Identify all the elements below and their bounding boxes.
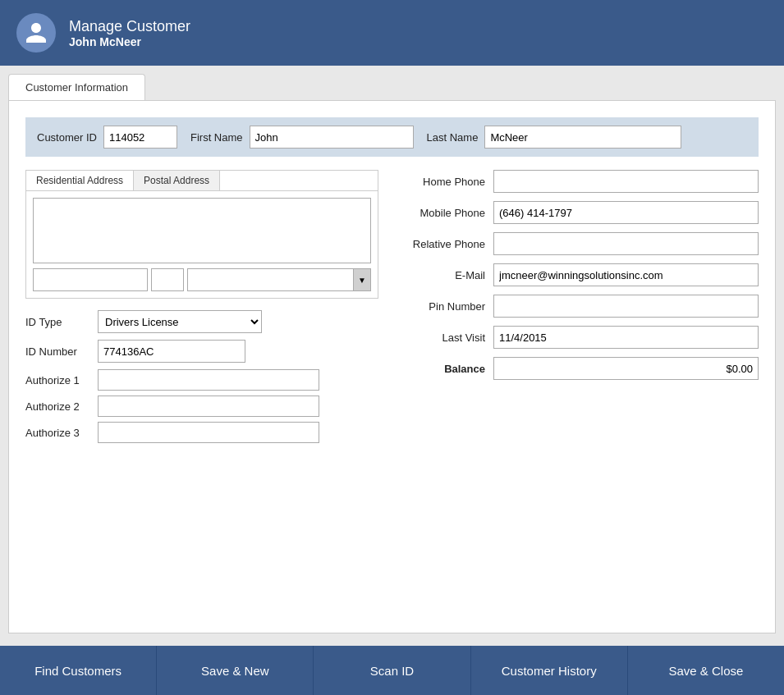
last-name-label: Last Name: [427, 131, 479, 144]
last-visit-input[interactable]: [493, 326, 759, 349]
form-panel: Customer ID First Name Last Name Residen…: [8, 100, 776, 633]
col-left: Residential Address Postal Address ▼: [25, 170, 378, 448]
avatar: [16, 13, 56, 53]
header-text: Manage Customer John McNeer: [69, 18, 190, 48]
address-street-input[interactable]: [33, 198, 371, 263]
residential-address-tab[interactable]: Residential Address: [26, 171, 134, 190]
first-name-group: First Name: [190, 126, 414, 149]
postal-address-tab[interactable]: Postal Address: [134, 171, 220, 190]
email-label: E-Mail: [395, 269, 485, 281]
header-subtitle: John McNeer: [69, 35, 190, 48]
balance-value: $0.00: [493, 357, 759, 380]
last-visit-row: Last Visit: [395, 326, 759, 349]
authorize1-input[interactable]: [98, 369, 319, 391]
two-col-section: Residential Address Postal Address ▼: [25, 170, 759, 448]
save-close-button[interactable]: Save & Close: [628, 646, 784, 695]
customer-history-button[interactable]: Customer History: [471, 646, 628, 695]
pin-number-input[interactable]: [493, 295, 759, 318]
last-name-input[interactable]: [484, 126, 681, 149]
col-right: Home Phone Mobile Phone Relative Phone E…: [395, 170, 759, 448]
relative-phone-label: Relative Phone: [395, 238, 485, 250]
id-type-label: ID Type: [25, 316, 91, 328]
address-state-input[interactable]: [151, 268, 184, 291]
authorize3-input[interactable]: [98, 422, 319, 443]
id-type-select[interactable]: Drivers License Passport State ID Milita…: [98, 310, 262, 333]
address-city-input[interactable]: [33, 268, 148, 291]
toolbar: Find Customers Save & New Scan ID Custom…: [0, 646, 784, 695]
id-number-label: ID Number: [25, 345, 91, 358]
main-content: Customer Information Customer ID First N…: [0, 66, 784, 646]
balance-label: Balance: [395, 363, 485, 375]
customer-id-label: Customer ID: [37, 131, 97, 144]
authorize3-label: Authorize 3: [25, 427, 91, 439]
address-box: ▼: [25, 190, 378, 299]
home-phone-label: Home Phone: [395, 176, 485, 188]
mobile-phone-row: Mobile Phone: [395, 201, 759, 224]
find-customers-button[interactable]: Find Customers: [0, 646, 157, 695]
tab-bar: Customer Information: [8, 74, 776, 100]
scan-id-button[interactable]: Scan ID: [314, 646, 470, 695]
address-tabs: Residential Address Postal Address: [25, 170, 378, 190]
pin-number-row: Pin Number: [395, 295, 759, 318]
email-row: E-Mail: [395, 263, 759, 286]
address-zip-dropdown-btn[interactable]: ▼: [353, 268, 371, 291]
first-name-label: First Name: [190, 131, 243, 144]
auth-section: Authorize 1 Authorize 2 Authorize 3: [25, 369, 378, 443]
home-phone-row: Home Phone: [395, 170, 759, 193]
address-bottom-row: ▼: [33, 268, 371, 291]
authorize2-input[interactable]: [98, 396, 319, 417]
id-number-row: ID Number: [25, 340, 378, 363]
relative-phone-input[interactable]: [493, 232, 759, 255]
last-visit-label: Last Visit: [395, 331, 485, 344]
mobile-phone-input[interactable]: [493, 201, 759, 224]
top-fields-row: Customer ID First Name Last Name: [25, 117, 759, 157]
id-section: ID Type Drivers License Passport State I…: [25, 310, 378, 363]
home-phone-input[interactable]: [493, 170, 759, 193]
relative-phone-row: Relative Phone: [395, 232, 759, 255]
customer-id-group: Customer ID: [37, 126, 177, 149]
customer-id-input[interactable]: [103, 126, 177, 149]
authorize1-label: Authorize 1: [25, 374, 91, 386]
header: Manage Customer John McNeer: [0, 0, 784, 66]
id-number-input[interactable]: [98, 340, 245, 363]
email-input[interactable]: [493, 263, 759, 286]
address-zip-input[interactable]: [187, 268, 371, 291]
authorize1-row: Authorize 1: [25, 369, 378, 391]
last-name-group: Last Name: [427, 126, 682, 149]
id-type-row: ID Type Drivers License Passport State I…: [25, 310, 378, 333]
authorize2-row: Authorize 2: [25, 396, 378, 417]
balance-row: Balance $0.00: [395, 357, 759, 380]
authorize3-row: Authorize 3: [25, 422, 378, 443]
first-name-input[interactable]: [250, 126, 414, 149]
address-zip-wrap: ▼: [187, 268, 371, 291]
person-icon: [24, 21, 48, 45]
mobile-phone-label: Mobile Phone: [395, 207, 485, 219]
tab-customer-information[interactable]: Customer Information: [8, 74, 145, 100]
pin-number-label: Pin Number: [395, 300, 485, 313]
authorize2-label: Authorize 2: [25, 400, 91, 413]
header-title: Manage Customer: [69, 18, 190, 35]
save-new-button[interactable]: Save & New: [157, 646, 314, 695]
